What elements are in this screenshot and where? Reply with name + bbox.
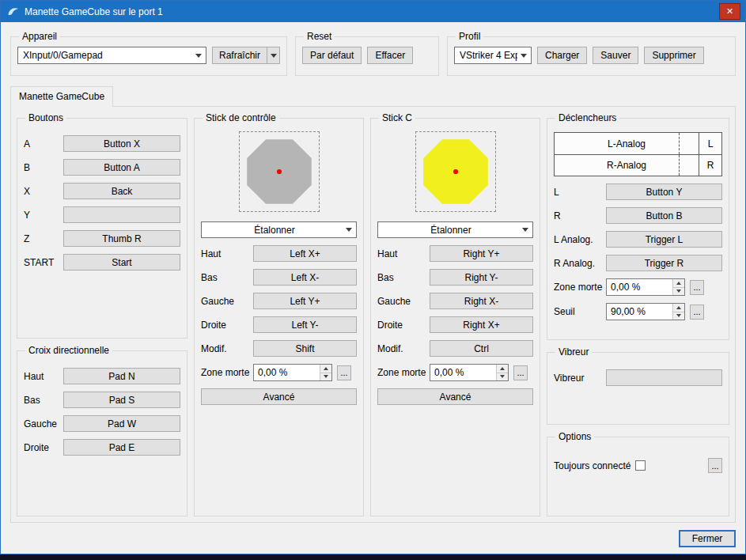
spin-down-button[interactable] (497, 373, 508, 381)
c-stick-column: Stick C Étalonner Haut (370, 112, 540, 516)
mapping-button-mainstick-up[interactable]: Left X+ (253, 245, 357, 262)
threshold-label: Seuil (554, 306, 606, 317)
mapping-label: Bas (201, 272, 253, 283)
triangle-up-icon (676, 306, 681, 309)
mapping-button-dpad-up[interactable]: Pad N (63, 368, 180, 384)
main-stick-deadzone-spinner[interactable] (253, 364, 332, 381)
triggers-threshold-spinner[interactable] (606, 303, 685, 320)
main-stick-calibrate-dropdown[interactable]: Étalonner (201, 221, 357, 238)
mapping-button-dpad-down[interactable]: Pad S (63, 392, 180, 408)
mapping-button-r-analog[interactable]: Trigger R (606, 255, 722, 271)
mapping-button-x[interactable]: Back (63, 183, 180, 199)
l-digital-indicator: L (699, 133, 721, 154)
main-stick-position-dot (276, 169, 281, 174)
triggers-deadzone-spinner[interactable] (606, 278, 685, 296)
mapping-row: Bas Left X- (201, 269, 357, 286)
mapping-button-mainstick-down[interactable]: Left X- (253, 269, 357, 286)
profile-combobox-value: VStriker 4 Exp (460, 50, 517, 61)
l-digital-label: L (708, 138, 714, 149)
delete-profile-button[interactable]: Supprimer (644, 47, 703, 64)
mapping-label: START (24, 257, 63, 268)
triangle-down-icon (676, 314, 681, 317)
mapping-button-dpad-right[interactable]: Pad E (63, 439, 180, 456)
l-analog-meter: L-Analog (555, 133, 699, 154)
mapping-label: L Analog. (554, 234, 606, 245)
mapping-row: A Button X (24, 135, 180, 152)
mapping-button-b[interactable]: Button A (63, 159, 180, 176)
titlebar[interactable]: Manette GameCube sur le port 1 ✕ (1, 1, 745, 22)
mapping-row: Z Thumb R (24, 230, 180, 247)
c-stick-advanced-button[interactable]: Avancé (377, 388, 533, 405)
c-stick-group-label: Stick C (379, 112, 415, 123)
spin-down-button[interactable] (320, 373, 331, 381)
refresh-devices-button[interactable]: Rafraîchir (212, 47, 280, 64)
deadzone-more-button[interactable]: ... (513, 365, 528, 380)
calibrate-label: Étalonner (383, 225, 519, 236)
main-stick-column: Stick de contrôle Étalonner (194, 112, 364, 516)
tab-manette-gamecube[interactable]: Manette GameCube (10, 86, 113, 107)
device-combobox[interactable]: XInput/0/Gamepad (17, 47, 206, 64)
mapping-button-a[interactable]: Button X (63, 135, 180, 152)
tab-strip: Manette GameCube (10, 86, 736, 106)
mapping-button-dpad-left[interactable]: Pad W (63, 415, 180, 432)
r-digital-indicator: R (699, 155, 721, 176)
mapping-button-mainstick-right[interactable]: Left Y- (253, 316, 357, 333)
load-profile-button[interactable]: Charger (537, 47, 587, 64)
buttons-group: Boutons A Button X B Button A X Back (17, 112, 187, 339)
refresh-devices-dropdown[interactable] (267, 47, 279, 63)
mapping-row: Droite Pad E (24, 439, 180, 456)
mapping-button-cstick-left[interactable]: Right X- (430, 293, 533, 309)
mapping-label: Haut (201, 248, 253, 259)
mapping-button-mainstick-left[interactable]: Left Y+ (253, 293, 357, 309)
deadzone-input[interactable] (254, 365, 320, 380)
main-stick-advanced-button[interactable]: Avancé (201, 388, 357, 405)
mapping-button-z[interactable]: Thumb R (63, 230, 180, 247)
mapping-row: X Back (24, 183, 180, 199)
close-window-button[interactable]: ✕ (719, 3, 740, 20)
deadzone-input[interactable] (430, 365, 496, 380)
options-more-button[interactable]: ... (708, 458, 722, 473)
c-stick-calibrate-dropdown[interactable]: Étalonner (377, 221, 533, 238)
mapping-label: Z (24, 233, 63, 244)
deadzone-input[interactable] (607, 279, 672, 295)
c-stick-deadzone-spinner[interactable] (430, 364, 509, 381)
profile-combobox[interactable]: VStriker 4 Exp (454, 47, 532, 64)
mapping-button-l-analog[interactable]: Trigger L (606, 231, 722, 248)
default-button[interactable]: Par défaut (302, 47, 362, 64)
save-profile-button[interactable]: Sauver (593, 47, 638, 64)
mapping-button-cstick-up[interactable]: Right Y+ (430, 245, 533, 262)
mapping-button-l[interactable]: Button Y (606, 184, 722, 200)
clear-button[interactable]: Effacer (367, 47, 413, 64)
r-analog-meter-label: R-Analog (607, 160, 646, 171)
deadzone-more-button[interactable]: ... (337, 365, 351, 380)
mapping-label: Droite (24, 442, 63, 453)
spin-up-button[interactable] (320, 365, 331, 373)
mapping-button-cstick-modifier[interactable]: Ctrl (430, 340, 533, 357)
mapping-button-cstick-down[interactable]: Right Y- (430, 269, 533, 286)
mapping-button-y[interactable] (63, 206, 180, 223)
triggers-group: Déclencheurs L-Analog L (547, 112, 729, 340)
main-stick-calibration-display (239, 131, 320, 212)
spin-down-button[interactable] (673, 312, 684, 320)
always-connected-checkbox[interactable] (635, 460, 646, 471)
mapping-button-rumble-motor[interactable] (606, 369, 722, 386)
chevron-down-icon (346, 228, 352, 232)
close-dialog-button[interactable]: Fermer (679, 530, 736, 547)
mapping-label: Bas (24, 395, 63, 406)
mapping-label: Droite (377, 320, 430, 331)
spin-up-button[interactable] (673, 279, 684, 288)
threshold-more-button[interactable]: ... (690, 305, 704, 320)
mapping-button-cstick-right[interactable]: Right X+ (430, 316, 533, 333)
mapping-label: Droite (201, 320, 253, 331)
triangle-up-icon (676, 282, 681, 285)
deadzone-more-button[interactable]: ... (690, 280, 704, 295)
spin-up-button[interactable] (497, 365, 508, 373)
mapping-button-mainstick-modifier[interactable]: Shift (253, 340, 357, 357)
threshold-input[interactable] (607, 304, 672, 320)
mapping-row: Modif. Shift (201, 340, 357, 357)
spin-down-button[interactable] (673, 288, 684, 296)
mapping-button-start[interactable]: Start (63, 254, 180, 271)
chevron-down-icon (521, 54, 527, 58)
spin-up-button[interactable] (673, 304, 684, 312)
mapping-button-r[interactable]: Button B (606, 207, 722, 224)
